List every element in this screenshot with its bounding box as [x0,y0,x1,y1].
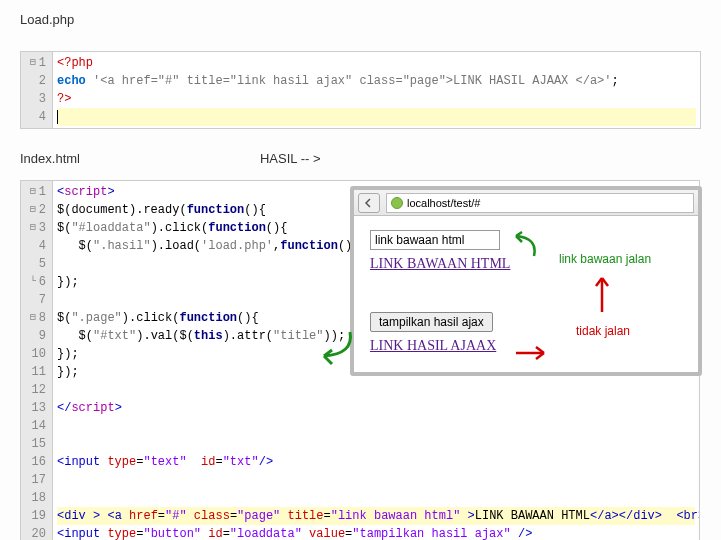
arrow-curve-green-icon [504,228,544,262]
fold-icon: ⊟ [30,183,36,201]
annotation-tidak-jalan: tidak jalan [576,324,630,338]
label-index-html: Index.html [20,151,80,166]
label-load-php: Load.php [20,12,701,27]
url-text: localhost/test/# [407,197,480,209]
address-bar[interactable]: localhost/test/# [386,193,694,213]
link-hasil-ajax[interactable]: LINK HASIL AJAAX [370,338,496,353]
arrow-left-icon [364,198,374,208]
fold-icon: ⊟ [30,54,36,72]
tampilkan-button[interactable]: tampilkan hasil ajax [370,312,493,332]
text-input-txt[interactable] [370,230,500,250]
code-block-load-php: ⊟1 2 3 4 <?php echo '<a href="#" title="… [20,51,701,129]
arrow-curve-green-left-icon [310,326,356,366]
gutter: ⊟1 2 3 4 [21,52,53,128]
browser-body: LINK BAWAAN HTML tampilkan hasil ajax LI… [354,216,698,372]
browser-toolbar: localhost/test/# [354,190,698,216]
code-lines: <?php echo '<a href="#" title="link hasi… [53,52,700,128]
gutter: ⊟1 ⊟2 ⊟3 4 5 └6 7 ⊟8 9 10 11 12 13 14 15… [21,181,53,540]
arrow-right-red-icon [514,344,554,362]
annotation-link-jalan: link bawaan jalan [559,252,651,266]
link-bawaan-html[interactable]: LINK BAWAAN HTML [370,256,510,271]
back-button[interactable] [358,193,380,213]
fold-icon: ⊟ [30,309,36,327]
fold-line-icon: └ [30,273,36,291]
arrow-up-red-icon [592,272,612,316]
fold-icon: ⊟ [30,201,36,219]
label-hasil: HASIL -- > [260,151,321,166]
globe-icon [391,197,403,209]
fold-icon: ⊟ [30,219,36,237]
browser-result-panel: localhost/test/# LINK BAWAAN HTML tampil… [350,186,702,376]
